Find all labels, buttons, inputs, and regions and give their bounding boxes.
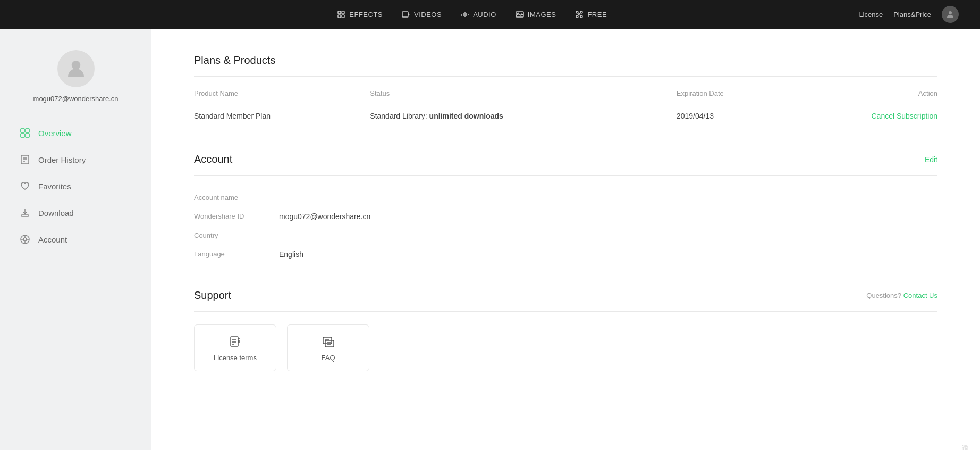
account-language-label: Language xyxy=(194,250,279,258)
account-country-label: Country xyxy=(194,231,279,239)
edit-account-link[interactable]: Edit xyxy=(925,155,937,164)
account-fields: Account name Wondershare ID mogu072@wond… xyxy=(194,188,937,264)
sidebar-menu: Overview Order History xyxy=(0,120,151,253)
sidebar: mogu072@wondershare.cn Overview xyxy=(0,29,151,450)
svg-point-13 xyxy=(576,11,578,13)
plan-status: Standard Library: unlimited downloads xyxy=(370,104,677,128)
top-navigation: EFFECTS VIDEOS AUDIO xyxy=(0,0,980,29)
account-row-id: Wondershare ID mogu072@wondershare.cn xyxy=(194,207,937,226)
license-terms-card[interactable]: License terms xyxy=(194,324,276,371)
plan-expiration: 2019/04/13 xyxy=(677,104,785,128)
plan-status-prefix: Standard Library: xyxy=(370,112,429,120)
svg-rect-28 xyxy=(21,215,29,216)
sidebar-item-account[interactable]: Account xyxy=(0,226,151,253)
faq-label: FAQ xyxy=(321,354,335,362)
sidebar-item-favorites[interactable]: Favorites xyxy=(0,173,151,199)
sidebar-favorites-label: Favorites xyxy=(38,182,71,191)
table-row: Standard Member Plan Standard Library: u… xyxy=(194,104,937,128)
sidebar-order-history-label: Order History xyxy=(38,155,86,164)
account-name-label: Account name xyxy=(194,194,279,202)
nav-right: License Plans&Price xyxy=(859,6,959,23)
account-row-name: Account name xyxy=(194,188,937,207)
nav-free-label: FREE xyxy=(587,11,607,19)
account-id-label: Wondershare ID xyxy=(194,212,279,220)
sidebar-item-overview[interactable]: Overview xyxy=(0,120,151,146)
audio-icon xyxy=(461,10,469,19)
svg-rect-22 xyxy=(21,134,24,137)
nav-links: EFFECTS VIDEOS AUDIO xyxy=(85,10,859,19)
account-id-value: mogu072@wondershare.cn xyxy=(279,212,370,221)
svg-rect-21 xyxy=(26,129,29,132)
nav-videos[interactable]: VIDEOS xyxy=(402,10,442,19)
faq-icon xyxy=(321,335,336,349)
account-icon xyxy=(19,234,31,245)
account-divider xyxy=(194,175,937,176)
support-header: Support Questions? Contact Us xyxy=(194,289,937,302)
svg-marker-5 xyxy=(408,13,410,15)
plan-product-name: Standard Member Plan xyxy=(194,104,370,128)
svg-point-14 xyxy=(580,11,582,13)
sidebar-item-order-history[interactable]: Order History xyxy=(0,146,151,173)
account-row-country: Country xyxy=(194,226,937,245)
account-section: Account Edit Account name Wondershare ID… xyxy=(194,153,937,264)
support-section: Support Questions? Contact Us xyxy=(194,289,937,371)
main-layout: mogu072@wondershare.cn Overview xyxy=(0,29,980,450)
svg-point-15 xyxy=(576,15,578,18)
plans-divider xyxy=(194,76,937,77)
faq-card[interactable]: FAQ xyxy=(287,324,369,371)
svg-rect-20 xyxy=(21,129,24,132)
svg-point-30 xyxy=(23,238,27,241)
svg-point-18 xyxy=(949,11,952,14)
plans-price-link[interactable]: Plans&Price xyxy=(893,11,931,19)
sidebar-item-download[interactable]: Download xyxy=(0,199,151,226)
svg-rect-4 xyxy=(402,12,408,17)
svg-point-17 xyxy=(579,14,580,15)
questions-prefix: Questions? xyxy=(866,291,901,299)
svg-rect-0 xyxy=(338,11,341,14)
free-icon xyxy=(575,10,584,19)
images-icon xyxy=(516,10,524,19)
overview-icon xyxy=(19,127,31,139)
nav-free[interactable]: FREE xyxy=(575,10,607,19)
nav-images[interactable]: IMAGES xyxy=(516,10,556,19)
support-divider xyxy=(194,311,937,312)
plans-table: Product Name Status Expiration Date Acti… xyxy=(194,89,937,128)
sidebar-overview-label: Overview xyxy=(38,129,72,138)
nav-videos-label: VIDEOS xyxy=(414,11,442,19)
support-questions: Questions? Contact Us xyxy=(866,291,937,299)
effects-icon xyxy=(337,10,345,19)
license-link[interactable]: License xyxy=(859,11,883,19)
support-cards: License terms FAQ xyxy=(194,324,937,371)
nav-effects-label: EFFECTS xyxy=(349,11,383,19)
contact-us-link[interactable]: Contact Us xyxy=(903,291,937,299)
account-row-language: Language English xyxy=(194,245,937,264)
nav-effects[interactable]: EFFECTS xyxy=(337,10,383,19)
nav-images-label: IMAGES xyxy=(528,11,556,19)
sidebar-account-label: Account xyxy=(38,235,67,244)
user-avatar[interactable] xyxy=(942,6,959,23)
col-header-action: Action xyxy=(785,89,937,104)
account-section-title: Account xyxy=(194,153,232,165)
account-header: Account Edit xyxy=(194,153,937,165)
plan-action-cell: Cancel Subscription xyxy=(785,104,937,128)
support-section-title: Support xyxy=(194,289,231,302)
svg-rect-3 xyxy=(342,15,344,18)
svg-rect-23 xyxy=(26,134,29,137)
sidebar-email: mogu072@wondershare.cn xyxy=(33,95,119,103)
cancel-subscription-link[interactable]: Cancel Subscription xyxy=(871,112,937,120)
favorites-icon xyxy=(19,180,31,192)
order-history-icon xyxy=(19,154,31,165)
svg-point-16 xyxy=(580,15,582,18)
videos-icon xyxy=(402,10,410,19)
nav-audio[interactable]: AUDIO xyxy=(461,10,496,19)
svg-rect-2 xyxy=(338,15,341,18)
plans-section-title: Plans & Products xyxy=(194,54,937,66)
license-terms-icon xyxy=(228,335,243,349)
main-content: Plans & Products Product Name Status Exp… xyxy=(151,29,980,450)
license-terms-label: License terms xyxy=(214,354,257,362)
sidebar-download-label: Download xyxy=(38,209,74,218)
svg-rect-1 xyxy=(342,11,344,14)
nav-audio-label: AUDIO xyxy=(473,11,496,19)
download-icon xyxy=(19,207,31,219)
plan-status-bold: unlimited downloads xyxy=(429,112,503,120)
